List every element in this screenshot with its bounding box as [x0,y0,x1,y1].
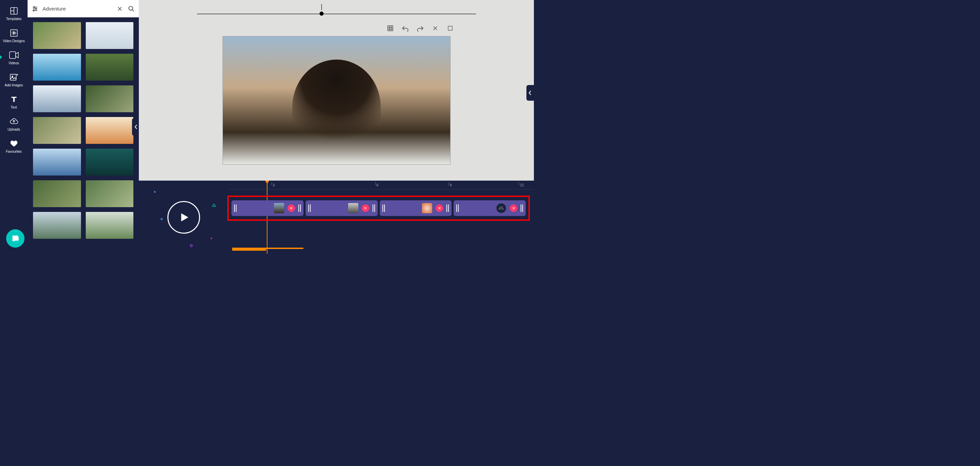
svg-point-16 [35,8,37,9]
decoration-icon [190,244,192,247]
svg-line-22 [132,10,134,11]
video-thumb[interactable] [86,54,134,81]
play-button[interactable] [167,201,200,234]
clip-thumb [422,203,432,213]
video-thumb[interactable] [86,117,134,144]
delete-button[interactable] [431,24,439,32]
svg-rect-32 [161,218,163,220]
expand-right-panel-button[interactable] [527,85,534,101]
video-thumb[interactable] [33,149,81,175]
video-thumb[interactable] [33,180,81,207]
nav-item-videos[interactable]: Videos [0,47,27,67]
timeline: 3 6 9 12 ✕ [139,181,534,254]
stop-button[interactable] [447,24,454,32]
timeline-clip[interactable]: ADD IMAGE ✕ [453,200,526,216]
nav-item-text[interactable]: Text [0,91,27,111]
tick-label: 3 [273,183,275,187]
main-area: 3 6 9 12 ✕ [139,0,534,254]
nav-item-templates[interactable]: Templates [0,3,27,23]
timeline-ruler[interactable]: 3 6 9 12 [229,182,534,189]
nav-item-video-designs[interactable]: Video Designs [0,25,27,45]
video-thumb[interactable] [86,85,134,112]
clip-handle-right[interactable] [298,204,301,212]
timeline-clip[interactable]: ✕ [380,200,452,216]
decoration-icon [210,237,212,239]
delete-clip-button[interactable]: ✕ [362,204,369,212]
nav-item-favourites[interactable]: Favourites [0,135,27,156]
add-image-placeholder[interactable]: ADD IMAGE [496,203,506,213]
nav-item-add-images[interactable]: Add Images [0,69,27,89]
svg-rect-31 [154,191,156,193]
svg-point-14 [34,6,35,8]
timeline-clip[interactable]: ✕ [305,200,378,216]
favourites-icon [9,139,19,148]
results-grid [27,17,139,254]
canvas-area [139,0,534,181]
video-thumb[interactable] [33,54,81,81]
delete-clip-button[interactable]: ✕ [288,204,295,212]
video-thumb[interactable] [33,117,81,144]
text-icon [9,95,19,104]
clip-row-highlighted: ✕ ✕ ✕ [229,197,528,219]
svg-rect-23 [388,26,393,31]
left-nav: Templates Video Designs Videos Add Image… [0,0,27,254]
videos-icon [9,50,19,60]
video-thumb[interactable] [33,212,81,239]
clip-thumb [348,203,358,213]
grid-button[interactable] [387,24,394,32]
nav-label: Video Designs [3,39,24,43]
tick-label: 12 [520,183,524,187]
play-controls [139,181,229,254]
clip-handle-left[interactable] [456,204,459,212]
tick-label: 9 [450,183,452,187]
media-panel [27,0,139,254]
svg-point-21 [129,6,133,10]
video-thumb[interactable] [33,85,81,112]
nav-item-uploads[interactable]: Uploads [0,113,27,134]
clip-handle-left[interactable] [308,204,311,212]
nav-label: Text [11,105,17,109]
svg-marker-7 [16,52,18,58]
svg-point-18 [33,10,34,11]
delete-clip-button[interactable]: ✕ [436,204,443,212]
timeline-tracks[interactable]: 3 6 9 12 ✕ [229,181,534,254]
zoom-knob[interactable] [320,11,324,16]
clip-handle-left[interactable] [234,204,237,212]
clip-thumb [274,203,284,213]
chat-button[interactable] [6,229,24,248]
clip-handle-right[interactable] [447,204,449,212]
video-thumb[interactable] [86,212,134,239]
add-images-icon [9,72,19,82]
svg-marker-5 [13,32,15,34]
undo-button[interactable] [401,24,409,32]
clip-handle-right[interactable] [520,204,523,212]
nav-label: Favourites [6,150,22,153]
uploads-icon [9,117,19,126]
canvas-toolbar [387,24,454,32]
nav-label: Videos [8,61,19,65]
audio-track[interactable] [229,248,534,250]
delete-clip-button[interactable]: ✕ [510,204,517,212]
video-preview[interactable] [223,36,450,165]
video-thumb[interactable] [33,22,81,49]
timeline-clip[interactable]: ✕ [231,200,304,216]
nav-label: Templates [6,17,22,21]
svg-point-34 [190,245,192,247]
search-bar [27,0,139,17]
video-thumb[interactable] [86,22,134,49]
clip-handle-left[interactable] [382,204,385,212]
zoom-slider[interactable] [197,14,476,14]
decoration-icon [152,191,156,195]
search-icon[interactable] [127,5,135,13]
video-designs-icon [9,28,19,38]
tick-label: 6 [377,183,379,187]
video-thumb[interactable] [86,149,134,175]
svg-rect-8 [10,74,16,80]
redo-button[interactable] [417,24,424,32]
clear-search-button[interactable] [116,5,124,13]
video-thumb[interactable] [86,180,134,207]
search-input[interactable] [43,6,112,11]
svg-rect-6 [10,52,16,59]
filter-icon[interactable] [31,5,39,13]
clip-handle-right[interactable] [372,204,375,212]
